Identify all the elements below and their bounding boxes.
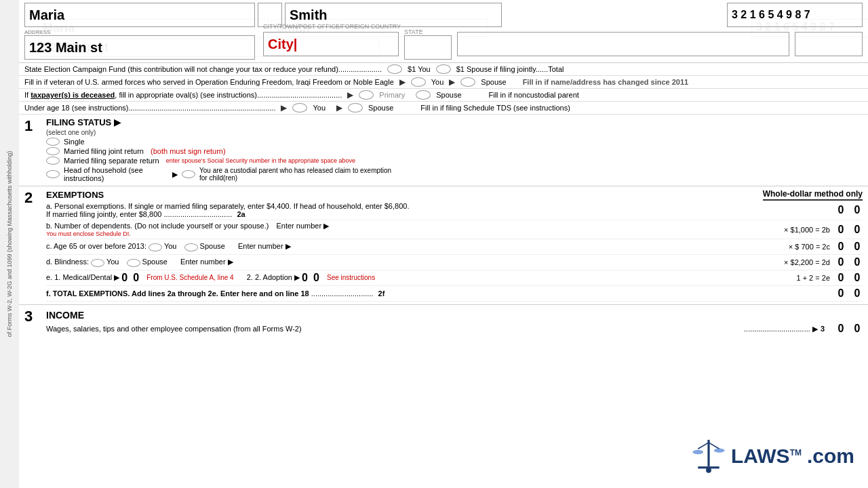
zip-field[interactable]: [457, 32, 789, 56]
filing-options: Single Married filing joint return (both…: [46, 137, 863, 183]
2b-zero-pair: 0 0: [835, 224, 863, 236]
deceased-primary-label: Primary: [379, 91, 405, 99]
wages-val2: 0: [852, 323, 863, 335]
wages-label: Wages, salaries, tips and other employee…: [46, 325, 744, 333]
under18-spouse-oval[interactable]: [348, 103, 363, 113]
veteran-spouse-label: Spouse: [481, 78, 506, 86]
exemption-row-2f: f. TOTAL EXEMPTIONS. Add lines 2a throug…: [46, 286, 863, 302]
deceased-arrow: ▶: [347, 90, 353, 100]
2b-val1: 0: [835, 224, 846, 236]
married-separate-oval[interactable]: [46, 157, 60, 165]
campaign-text: State Election Campaign Fund (this contr…: [24, 65, 382, 73]
row-2d-values: × $2,200 = 2d 0 0: [784, 256, 863, 268]
wages-ref: 3: [821, 325, 825, 333]
deceased-primary-oval[interactable]: [359, 90, 374, 100]
total-exempt-label: f. TOTAL EXEMPTIONS. Add lines 2a throug…: [46, 289, 309, 298]
filing-married-separate: Married filing separate return enter spo…: [46, 156, 399, 165]
campaign-you-oval[interactable]: [387, 64, 402, 74]
2e-formula: 1 + 2 = 2e: [796, 274, 830, 282]
extra-field[interactable]: [795, 32, 863, 56]
city-label: CITY/TOWN/POST OFFICE/FOREIGN COUNTRY: [263, 23, 401, 30]
2c-multiplier: × $ 700 = 2c: [789, 243, 830, 251]
city-value: City: [268, 37, 294, 52]
exemption-row-2b: b. Number of dependents. (Do not include…: [46, 220, 863, 239]
row-2d-text: d. Blindness: You Spouse Enter number ▶: [46, 258, 781, 266]
svg-point-3: [692, 450, 703, 454]
ssn-field[interactable]: 3 2 1 6 5 4 9 8 7: [727, 3, 863, 27]
laws-scale-icon: [692, 437, 726, 474]
exemption-row-2a: a. Personal exemptions. If single or mar…: [46, 201, 863, 220]
head-household-oval[interactable]: [46, 170, 60, 178]
name-row: Maria Smith 3 2 1 6 5 4 9 8 7: [24, 3, 863, 27]
2e-val2: 0: [133, 272, 139, 284]
custodial-oval[interactable]: [182, 170, 195, 178]
2d-val1: 0: [835, 256, 846, 268]
under18-text: Under age 18 (see instructions).........…: [24, 104, 275, 112]
2e-val1: 0: [121, 272, 127, 284]
exemption-row-2d: d. Blindness: You Spouse Enter number ▶ …: [46, 255, 863, 270]
section1-title: FILING STATUS ▶: [46, 117, 121, 127]
2e-rval1: 0: [835, 272, 846, 284]
deceased-spouse-label: Spouse: [436, 91, 461, 99]
veteran-spouse-oval[interactable]: [460, 77, 475, 87]
svg-rect-0: [707, 440, 709, 466]
under18-arrow: ▶: [281, 103, 287, 113]
head-household-label: Head of household (see instructions): [64, 166, 168, 182]
row-2a-text: a. Personal exemptions. If single or mar…: [46, 202, 792, 218]
2e-val3: 0: [302, 272, 308, 284]
row-2c-text: c. Age 65 or over before 2013: You Spous…: [46, 242, 786, 251]
row-2e-text: e. 1. Medical/Dental ▶ 0 0 From U.S. Sch…: [46, 272, 792, 284]
single-oval[interactable]: [46, 138, 60, 146]
laws-dotcom: .com: [807, 445, 854, 468]
campaign-spouse-oval[interactable]: [436, 64, 451, 74]
married-joint-note: (both must sign return): [151, 147, 226, 155]
address-field[interactable]: 123 Main st: [24, 35, 255, 60]
veteran-spouse-arrow: ▶: [449, 77, 455, 87]
city-field[interactable]: City |: [263, 32, 399, 56]
row-2b-text: b. Number of dependents. (Do not include…: [46, 222, 781, 237]
2d-multiplier: × $2,200 = 2d: [784, 258, 830, 266]
2c-you-oval[interactable]: [149, 243, 162, 251]
schedule-tds-text: Fill in if filing Schedule TDS (see inst…: [420, 104, 570, 112]
2b-val2: 0: [852, 224, 863, 236]
2f-val1: 0: [835, 287, 846, 300]
veteran-text: Fill in if veteran of U.S. armed forces …: [24, 78, 394, 86]
svg-point-6: [706, 468, 711, 473]
state-field[interactable]: [404, 35, 452, 60]
name-changed-text: Fill in if name/address has changed sinc…: [523, 78, 689, 86]
section1-subtitle: (select one only): [46, 129, 96, 136]
svg-line-4: [709, 443, 719, 449]
2a-val2: 0: [852, 204, 863, 216]
section1-num: 1: [24, 117, 41, 135]
under18-row: Under age 18 (see instructions).........…: [19, 102, 868, 115]
wages-val1: 0: [835, 323, 846, 335]
2c-spouse-oval[interactable]: [184, 243, 198, 251]
filing-single: Single: [46, 137, 399, 146]
address-row: ADDRESS 123 Main st CITY/TOWN/POST OFFIC…: [24, 28, 863, 60]
2f-ref: 2f: [378, 289, 385, 298]
deceased-spouse-oval[interactable]: [416, 90, 431, 100]
2d-you-oval[interactable]: [91, 259, 104, 267]
veteran-row: Fill in if veteran of U.S. armed forces …: [19, 76, 868, 89]
ssn-value: 3 2 1 6 5 4 9 8 7: [732, 9, 810, 21]
2f-zero-pair: 0 0: [835, 287, 863, 300]
filing-head-household: Head of household (see instructions) ▶ Y…: [46, 165, 399, 183]
under18-you-oval[interactable]: [292, 103, 307, 113]
campaign-fund-row: State Election Campaign Fund (this contr…: [19, 62, 868, 76]
section2-title: EXEMPTIONS: [46, 190, 104, 200]
wages-values: 0 0: [835, 323, 863, 335]
veteran-you-label: You: [431, 78, 444, 86]
veteran-you-oval[interactable]: [411, 77, 426, 87]
state-label: STATE: [404, 28, 452, 35]
2d-zero-pair: 0 0: [835, 256, 863, 268]
under18-spouse-label: Spouse: [368, 104, 393, 112]
side-text-panel: of Forms W-2, W-2G and 1099 (showing Mas…: [0, 0, 19, 488]
header-section: Maria Smith 3 2 1 6 5 4 9 8 7 ADDRESS 12…: [19, 0, 868, 62]
2d-spouse-oval[interactable]: [127, 259, 140, 267]
svg-point-5: [714, 449, 725, 453]
married-joint-oval[interactable]: [46, 147, 60, 155]
noncustodial-text: Fill in if noncustodial parent: [489, 91, 579, 99]
first-name-field[interactable]: Maria: [24, 3, 255, 27]
campaign-you-label: $1 You: [408, 65, 431, 73]
2d-val2: 0: [852, 256, 863, 268]
